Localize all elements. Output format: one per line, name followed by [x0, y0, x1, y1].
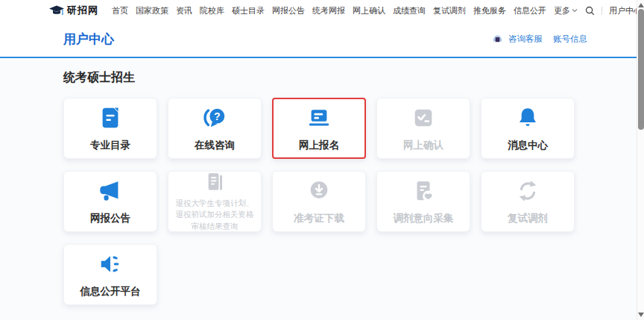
- vertical-scrollbar[interactable]: [637, 0, 644, 320]
- card-veteran-plan-query: 退役大学生专项计划、退役初试加分相关资格审核结果查询: [168, 171, 262, 232]
- card-message-center[interactable]: 消息中心: [481, 98, 575, 159]
- card-online-consult[interactable]: ? 在线咨询: [168, 98, 262, 159]
- header-links: 咨询客服 账号信息: [493, 34, 587, 45]
- nav-separator: [602, 7, 602, 15]
- card-label: 复试调剂: [508, 212, 548, 225]
- nav-item-reexam-transfer[interactable]: 复试调剂: [433, 5, 466, 16]
- account-info-link[interactable]: 账号信息: [553, 34, 587, 45]
- chevron-down-icon: [572, 8, 578, 13]
- card-label: 退役大学生专项计划、退役初试加分相关资格审核结果查询: [168, 198, 261, 232]
- section-title: 统考硕士招生: [63, 70, 644, 86]
- bell-icon: [515, 105, 540, 131]
- card-grid: 专业目录 ? 在线咨询: [63, 98, 644, 305]
- card-label: 网上报名: [299, 139, 339, 152]
- nav-item-more[interactable]: 更多: [554, 5, 578, 16]
- site-logo-text: 研招网: [67, 4, 98, 17]
- top-navigation: 研招网 首页 国家政策 资讯 院校库 硕士目录 网报公告 统考网报 网上确认 成…: [0, 0, 644, 21]
- card-label: 在线咨询: [195, 139, 235, 152]
- nav-item-online-confirmation[interactable]: 网上确认: [353, 5, 385, 16]
- scrollbar-up-arrow-icon[interactable]: [638, 1, 644, 7]
- catalog-icon: [98, 105, 123, 131]
- nav-item-college-library[interactable]: 院校库: [200, 5, 224, 16]
- nav-item-more-label: 更多: [554, 5, 570, 16]
- card-label: 消息中心: [508, 139, 548, 152]
- card-label: 调剂意向采集: [394, 212, 454, 225]
- nav-item-national-policy[interactable]: 国家政策: [136, 5, 168, 16]
- nav-right-group: 用户中心 注册: [585, 5, 644, 16]
- search-icon[interactable]: [585, 6, 595, 16]
- card-online-registration[interactable]: 网上报名: [272, 98, 366, 159]
- nav-item-home[interactable]: 首页: [112, 5, 128, 16]
- nav-item-unified-registration[interactable]: 统考网报: [312, 5, 345, 16]
- nav-item-info-disclosure[interactable]: 信息公开: [514, 5, 546, 16]
- card-label: 网上确认: [403, 139, 443, 152]
- svg-text:?: ?: [214, 110, 221, 122]
- nav-item-score-query[interactable]: 成绩查询: [393, 5, 426, 16]
- graduation-cap-icon: [49, 5, 64, 16]
- laptop-icon: [306, 105, 332, 131]
- card-label: 准考证下载: [294, 212, 344, 225]
- scrollbar-down-arrow-icon[interactable]: [638, 313, 644, 319]
- main-content: 统考硕士招生 专业目录: [0, 60, 644, 320]
- card-label: 专业目录: [90, 139, 130, 152]
- nav-item-master-catalog[interactable]: 硕士目录: [232, 5, 265, 16]
- card-major-catalog[interactable]: 专业目录: [63, 98, 157, 159]
- card-announcements[interactable]: 网报公告: [63, 171, 157, 232]
- announcement-icon: [98, 178, 123, 204]
- page-title: 用户中心: [63, 31, 114, 48]
- refresh-icon: [515, 178, 540, 204]
- card-online-confirmation: 网上确认: [376, 98, 470, 159]
- nav-item-exempt-service[interactable]: 推免服务: [473, 5, 506, 16]
- user-center-header: 用户中心 咨询客服 账号信息: [0, 21, 644, 58]
- scrollbar-thumb[interactable]: [638, 9, 644, 130]
- card-transfer-intention-collect: 调剂意向采集: [376, 171, 470, 232]
- nav-item-announcement[interactable]: 网报公告: [272, 5, 305, 16]
- checklist-icon: [411, 105, 436, 131]
- chat-question-icon: ?: [202, 105, 227, 131]
- download-icon: [306, 178, 332, 204]
- card-info-disclosure-platform[interactable]: 信息公开平台: [63, 244, 157, 305]
- card-admission-ticket-download: 准考证下载: [272, 171, 366, 232]
- speaker-icon: [98, 251, 123, 277]
- site-logo[interactable]: 研招网: [49, 4, 98, 17]
- consult-service-link[interactable]: 咨询客服: [508, 34, 543, 45]
- card-label: 网报公告: [90, 212, 130, 225]
- page: 研招网 首页 国家政策 资讯 院校库 硕士目录 网报公告 统考网报 网上确认 成…: [0, 0, 644, 320]
- nav-item-news[interactable]: 资讯: [176, 5, 192, 16]
- card-reexam-transfer: 复试调剂: [481, 171, 575, 232]
- customer-service-icon: [493, 34, 502, 44]
- card-label: 信息公开平台: [80, 285, 141, 298]
- document-icon: [203, 171, 226, 193]
- collect-heart-icon: [411, 178, 436, 204]
